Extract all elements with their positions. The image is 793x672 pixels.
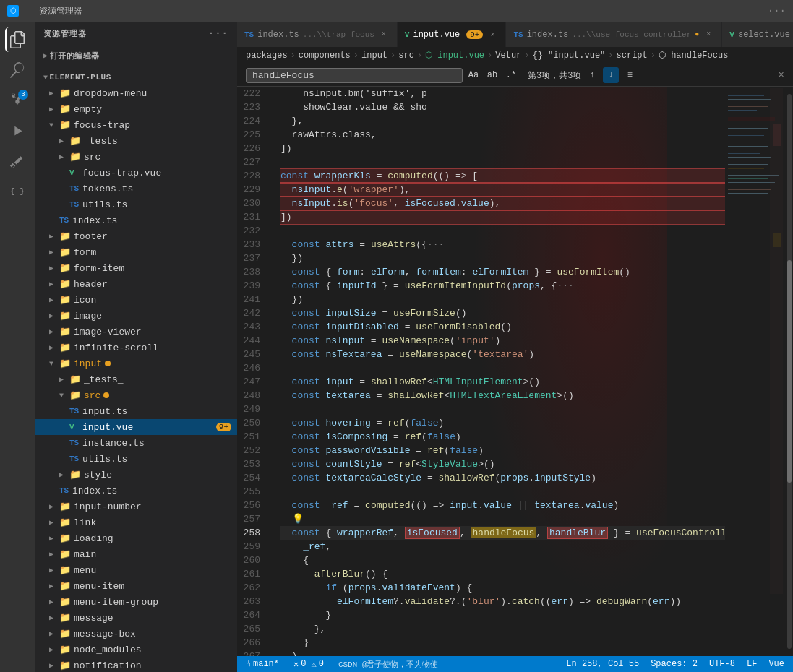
tab-close-1[interactable]: × (378, 29, 390, 40)
tree-item-1[interactable]: ▶📁empty (35, 101, 237, 117)
code-line-251[interactable]: const isComposing = ref(false) (280, 430, 725, 444)
json-icon[interactable]: { } (5, 179, 30, 204)
code-line-262[interactable]: if (props.validateEvent) { (280, 581, 725, 595)
code-line-266[interactable]: } (280, 636, 725, 650)
tree-item-15[interactable]: ▶📁image-viewer (35, 324, 237, 340)
code-line-230[interactable]: nsInput.is('focus', isFocused.value), (280, 197, 725, 210)
tree-item-16[interactable]: ▶📁infinite-scroll (35, 340, 237, 356)
tree-item-21[interactable]: Vinput.vue9+ (35, 419, 237, 435)
indent-status[interactable]: Spaces: 2 (648, 659, 700, 669)
tree-item-20[interactable]: TSinput.ts (35, 403, 237, 419)
code-line-259[interactable]: _ref, (280, 540, 725, 553)
code-line-267[interactable]: ) (280, 650, 725, 656)
tab-index-ts-2[interactable]: TS index.ts ...\\use-focus-controller ● … (506, 22, 722, 47)
source-control-icon[interactable]: 3 (5, 88, 30, 113)
tree-item-22[interactable]: TSinstance.ts (35, 435, 237, 451)
tree-item-19[interactable]: ▼📁src (35, 387, 237, 403)
code-line-228[interactable]: const wrapperKls = computed(() => [ (280, 169, 725, 183)
tree-item-23[interactable]: TSutils.ts (35, 451, 237, 467)
tree-item-8[interactable]: TSindex.ts (35, 212, 237, 228)
tree-item-9[interactable]: ▶📁footer (35, 228, 237, 244)
code-line-224[interactable]: }, (280, 114, 725, 128)
tree-item-30[interactable]: ▶📁menu (35, 562, 237, 578)
code-line-247[interactable]: const input = shallowRef<HTMLInputElemen… (280, 375, 725, 389)
tree-item-34[interactable]: ▶📁message-box (35, 626, 237, 642)
code-line-246[interactable] (280, 361, 725, 375)
tree-item-31[interactable]: ▶📁menu-item (35, 578, 237, 594)
tree-item-27[interactable]: ▶📁link (35, 514, 237, 530)
code-line-249[interactable] (280, 402, 725, 416)
code-line-258[interactable]: const { wrapperRef, isFocused, handleFoc… (280, 526, 725, 540)
tree-item-2[interactable]: ▼📁focus-trap (35, 117, 237, 133)
code-line-227[interactable] (280, 155, 725, 169)
language-status[interactable]: Vue (766, 659, 787, 669)
tree-item-33[interactable]: ▶📁message (35, 610, 237, 626)
tree-item-12[interactable]: ▶📁header (35, 276, 237, 292)
tree-item-10[interactable]: ▶📁form (35, 244, 237, 260)
search-more-button[interactable]: ≡ (622, 67, 638, 83)
tree-item-17[interactable]: ▼📁input (35, 356, 237, 371)
tab-trap-focus[interactable]: TS index.ts ...\\trap-focus × (237, 22, 398, 47)
explorer-icon[interactable] (5, 27, 30, 52)
code-line-244[interactable]: const nsInput = useNamespace('input') (280, 334, 725, 348)
code-line-226[interactable]: ]) (280, 142, 725, 155)
search-input-wrap[interactable]: handleFocus (246, 68, 463, 83)
extensions-icon[interactable] (5, 149, 30, 173)
tree-item-11[interactable]: ▶📁form-item (35, 260, 237, 276)
git-branch[interactable]: ⑃ main* (243, 659, 282, 669)
search-option-ab[interactable]: ab (484, 67, 500, 83)
tree-item-28[interactable]: ▶📁loading (35, 530, 237, 546)
code-line-253[interactable]: const countStyle = ref<StyleValue>() (280, 457, 725, 471)
tree-item-6[interactable]: TStokens.ts (35, 181, 237, 197)
code-line-248[interactable]: const textarea = shallowRef<HTMLTextArea… (280, 389, 725, 402)
opened-editors-header[interactable]: ▶ 打开的编辑器 (35, 48, 237, 64)
tab-input-vue[interactable]: V input.vue 9+ × (398, 22, 507, 47)
tree-item-14[interactable]: ▶📁image (35, 308, 237, 324)
code-line-261[interactable]: afterBlur() { (280, 567, 725, 581)
tree-item-18[interactable]: ▶📁_tests_ (35, 371, 237, 387)
tree-item-24[interactable]: ▶📁style (35, 467, 237, 483)
code-line-265[interactable]: }, (280, 622, 725, 636)
errors-status[interactable]: ✕ 0 ⚠ 0 (291, 659, 327, 670)
code-content[interactable]: nsInput.bm('suffix', p showClear.value &… (275, 87, 725, 656)
code-line-245[interactable]: const nsTextarea = useNamespace('textare… (280, 348, 725, 361)
bc-packages[interactable]: packages (246, 51, 288, 61)
tree-item-25[interactable]: TSindex.ts (35, 483, 237, 499)
code-line-223[interactable]: showClear.value && sho (280, 100, 725, 114)
code-line-238[interactable]: const { form: elForm, formItem: elFormIt… (280, 265, 725, 279)
bc-input[interactable]: input (361, 51, 387, 61)
debug-icon[interactable] (5, 119, 30, 143)
code-line-231[interactable]: ]) (280, 210, 725, 224)
tree-item-5[interactable]: Vfocus-trap.vue (35, 165, 237, 181)
scrollbar[interactable] (783, 87, 793, 656)
tab-close-3[interactable]: × (703, 29, 714, 40)
search-next-button[interactable]: ↓ (603, 67, 619, 83)
tree-item-32[interactable]: ▶📁menu-item-group (35, 594, 237, 610)
code-line-225[interactable]: rawAttrs.class, (280, 128, 725, 142)
code-line-229[interactable]: nsInput.e('wrapper'), (280, 183, 725, 197)
tab-close-2[interactable]: × (486, 29, 498, 40)
element-plus-header[interactable]: ▼ ELEMENT-PLUS (35, 69, 237, 85)
cursor-position[interactable]: Ln 258, Col 55 (563, 659, 642, 669)
search-icon[interactable] (5, 58, 30, 82)
code-line-255[interactable] (280, 485, 725, 499)
code-line-254[interactable]: const textareaCalcStyle = shallowRef(pro… (280, 471, 725, 485)
search-prev-button[interactable]: ↑ (584, 67, 600, 83)
code-line-241[interactable]: }) (280, 293, 725, 306)
search-close-button[interactable]: × (779, 69, 784, 81)
dots-label[interactable]: ··· (768, 5, 786, 17)
code-line-242[interactable]: const inputSize = useFormSize() (280, 306, 725, 320)
tree-item-7[interactable]: TSutils.ts (35, 197, 237, 212)
eol-status[interactable]: LF (744, 659, 760, 669)
code-line-263[interactable]: elFormItem?.validate?.('blur').catch((er… (280, 595, 725, 608)
code-line-252[interactable]: const passwordVisible = ref(false) (280, 444, 725, 457)
bc-components[interactable]: components (299, 51, 351, 61)
code-line-260[interactable]: { (280, 553, 725, 567)
tree-item-29[interactable]: ▶📁main (35, 546, 237, 562)
bc-inputvue[interactable]: ⬡ input.vue (425, 50, 484, 61)
code-line-243[interactable]: const inputDisabled = useFormDisabled() (280, 320, 725, 334)
tree-item-36[interactable]: ▶📁notification (35, 658, 237, 672)
sidebar-dots[interactable]: ··· (208, 27, 228, 39)
code-line-250[interactable]: const hovering = ref(false) (280, 416, 725, 430)
bc-src[interactable]: src (398, 51, 414, 61)
